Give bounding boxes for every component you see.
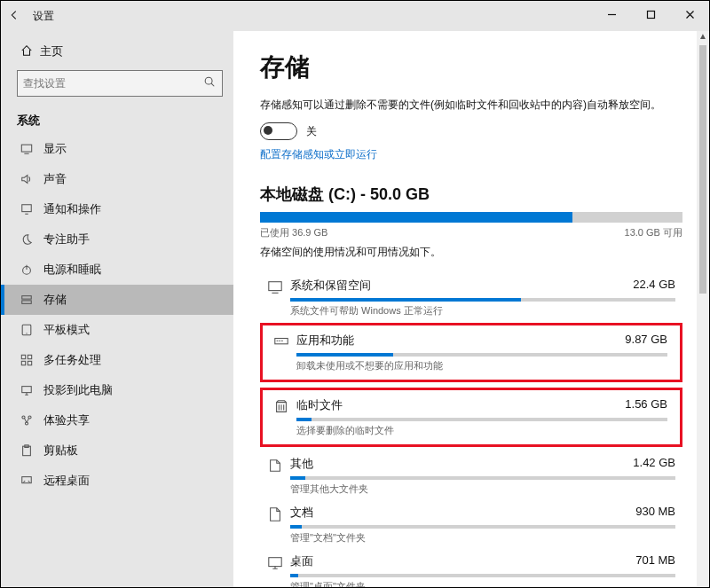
svg-rect-19	[22, 477, 32, 483]
storage-category-temp-highlight[interactable]: 临时文件1.56 GB选择要删除的临时文件	[260, 388, 682, 447]
apps-icon	[266, 333, 296, 350]
sidebar-item-label: 存储	[43, 292, 67, 308]
storage-sense-toggle[interactable]	[260, 122, 297, 140]
disk-title: 本地磁盘 (C:) - 50.0 GB	[260, 184, 682, 205]
svg-point-8	[26, 333, 27, 333]
other-icon	[260, 456, 290, 474]
category-bar	[290, 525, 675, 529]
temp-icon	[266, 397, 296, 415]
category-name: 应用和功能	[296, 333, 354, 349]
scroll-up-icon[interactable]: ▲	[697, 31, 709, 45]
svg-rect-13	[22, 387, 32, 393]
svg-rect-2	[21, 145, 31, 152]
category-name: 其他	[290, 456, 313, 472]
sidebar-item-shared[interactable]: 体验共享	[1, 405, 233, 435]
project-icon	[20, 384, 43, 396]
storage-category-desktop-row[interactable]: 桌面701 MB管理"桌面"文件夹	[260, 550, 682, 587]
category-sub: 管理"文档"文件夹	[290, 531, 675, 545]
storage-category-apps-highlight[interactable]: 应用和功能9.87 GB卸载未使用或不想要的应用和功能	[260, 323, 682, 382]
page-title: 存储	[260, 51, 682, 84]
close-button[interactable]	[670, 1, 709, 27]
sidebar-item-label: 通知和操作	[43, 201, 101, 217]
sidebar-item-label: 剪贴板	[43, 443, 78, 459]
category-size: 1.42 GB	[633, 456, 675, 472]
svg-rect-5	[22, 296, 32, 300]
shared-icon	[20, 414, 43, 427]
svg-rect-6	[22, 301, 32, 304]
category-size: 701 MB	[635, 553, 675, 569]
sidebar-item-label: 显示	[43, 141, 67, 157]
category-bar	[290, 574, 675, 577]
minimize-button[interactable]	[592, 1, 631, 27]
home-label: 主页	[40, 43, 63, 59]
titlebar: 设置	[1, 1, 709, 31]
sidebar-item-remote[interactable]: 远程桌面	[1, 466, 233, 496]
scroll-thumb[interactable]	[699, 45, 706, 294]
sidebar-item-power[interactable]: 电源和睡眠	[1, 255, 233, 285]
sidebar-item-label: 多任务处理	[43, 352, 101, 368]
sidebar-item-storage[interactable]: 存储	[1, 285, 233, 315]
home-icon	[20, 44, 40, 59]
storage-sense-toggle-label: 关	[306, 124, 317, 139]
sidebar-item-notifications[interactable]: 通知和操作	[1, 194, 233, 224]
storage-sense-description: 存储感知可以通过删除不需要的文件(例如临时文件和回收站中的内容)自动释放空间。	[260, 97, 682, 114]
window-caption: 设置	[28, 9, 54, 24]
sidebar-item-focus[interactable]: 专注助手	[1, 224, 233, 255]
svg-rect-20	[269, 282, 281, 291]
category-size: 22.4 GB	[633, 278, 675, 294]
search-box[interactable]	[17, 70, 223, 97]
sidebar-item-tablet[interactable]: 平板模式	[1, 315, 233, 345]
maximize-button[interactable]	[631, 1, 670, 27]
content-area: 存储 存储感知可以通过删除不需要的文件(例如临时文件和回收站中的内容)自动释放空…	[233, 31, 709, 587]
storage-category-docs-row[interactable]: 文档930 MB管理"文档"文件夹	[260, 501, 682, 550]
svg-rect-3	[22, 205, 32, 212]
category-name: 临时文件	[296, 397, 343, 413]
svg-rect-9	[21, 355, 25, 358]
svg-rect-10	[28, 355, 31, 358]
category-sub: 管理"桌面"文件夹	[290, 580, 675, 587]
category-sub: 选择要删除的临时文件	[296, 424, 667, 437]
category-bar	[296, 418, 667, 421]
disk-free-label: 13.0 GB 可用	[625, 226, 682, 239]
back-button[interactable]	[1, 9, 28, 24]
category-name: 文档	[290, 505, 313, 521]
sidebar-item-label: 专注助手	[43, 231, 90, 247]
breakdown-note: 存储空间的使用情况和可用情况如下。	[260, 245, 682, 260]
multitask-icon	[20, 354, 43, 366]
disk-usage-bar	[260, 212, 682, 223]
category-name: 系统和保留空间	[290, 278, 371, 294]
configure-storage-sense-link[interactable]: 配置存储感知或立即运行	[260, 147, 682, 162]
tablet-icon	[20, 324, 43, 336]
sidebar-item-label: 投影到此电脑	[43, 382, 113, 398]
sidebar-item-label: 电源和睡眠	[43, 262, 101, 278]
category-bar	[290, 298, 675, 302]
home-nav[interactable]: 主页	[1, 36, 233, 67]
system-icon	[260, 278, 290, 295]
search-input[interactable]	[18, 77, 197, 90]
sidebar-item-sound[interactable]: 声音	[1, 164, 233, 194]
power-icon	[20, 263, 43, 276]
category-bar	[296, 353, 667, 357]
clipboard-icon	[20, 444, 43, 457]
sidebar-item-project[interactable]: 投影到此电脑	[1, 375, 233, 405]
sidebar: 主页 系统 显示声音通知和操作专注助手电源和睡眠存储平板模式多任务处理投影到此电…	[1, 31, 233, 587]
svg-rect-22	[269, 558, 281, 567]
sidebar-item-display[interactable]: 显示	[1, 134, 233, 164]
category-bar	[290, 476, 675, 480]
storage-category-system-row[interactable]: 系统和保留空间22.4 GB系统文件可帮助 Windows 正常运行	[260, 274, 682, 323]
category-size: 930 MB	[635, 505, 675, 521]
sidebar-nav: 显示声音通知和操作专注助手电源和睡眠存储平板模式多任务处理投影到此电脑体验共享剪…	[1, 134, 233, 496]
storage-icon	[20, 294, 43, 306]
docs-icon	[260, 505, 290, 522]
section-header-system: 系统	[1, 104, 233, 134]
content-scrollbar[interactable]: ▲	[697, 31, 709, 587]
svg-rect-0	[647, 11, 654, 18]
sidebar-item-label: 体验共享	[43, 412, 90, 428]
sidebar-item-multitask[interactable]: 多任务处理	[1, 345, 233, 375]
storage-category-other-row[interactable]: 其他1.42 GB管理其他大文件夹	[260, 452, 682, 501]
settings-window: 设置 主页	[0, 0, 710, 588]
notify-icon	[20, 203, 43, 216]
category-size: 9.87 GB	[625, 333, 667, 349]
sidebar-item-clipboard[interactable]: 剪贴板	[1, 435, 233, 466]
sound-icon	[20, 173, 43, 185]
